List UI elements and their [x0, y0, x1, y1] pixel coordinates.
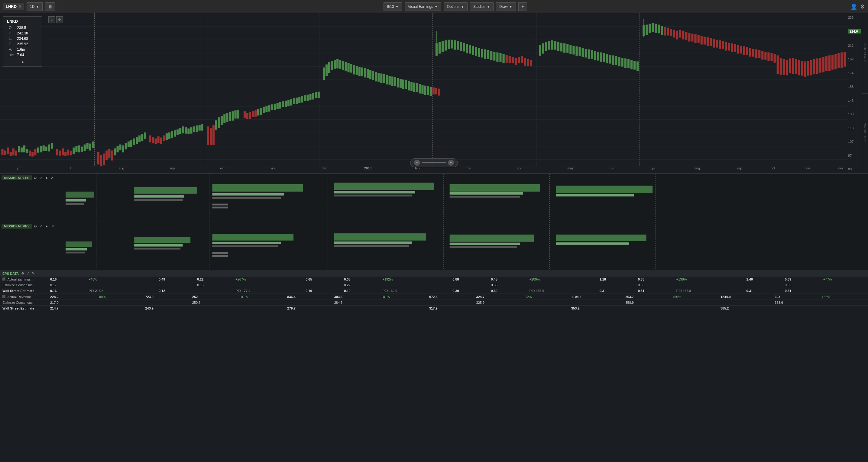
price-143: 143 [848, 99, 861, 102]
rev-actual-q1-2013-right: 1244.0 [719, 294, 773, 300]
svg-rect-342 [134, 244, 183, 247]
svg-rect-275 [762, 51, 764, 60]
svg-rect-210 [561, 43, 562, 51]
rev-actual-q1: 228.2 [49, 294, 95, 300]
svg-rect-134 [339, 60, 341, 69]
svg-rect-82 [188, 129, 189, 134]
eps-actual-q1-2013: 0.38 [636, 276, 675, 282]
eps-pct-q4: +200% [528, 276, 598, 282]
date-range-button[interactable]: 9/13 ▼ [383, 2, 402, 11]
price-88: 88 [848, 167, 861, 171]
eps-settings-button[interactable]: ⚙ [33, 175, 37, 180]
svg-rect-110 [271, 104, 273, 110]
eps-close-button[interactable]: ✕ [50, 175, 54, 180]
rev-arrow-up-button[interactable]: ▲ [44, 224, 49, 229]
rev-actual-label: Actual Revenue [0, 294, 49, 300]
studies-button[interactable]: Studies ▼ [470, 2, 494, 11]
svg-rect-201 [527, 59, 529, 66]
time-mar: mar [466, 166, 471, 170]
svg-rect-242 [661, 26, 663, 35]
eps-pct-q2: +267% [234, 276, 304, 282]
svg-rect-130 [329, 62, 330, 73]
svg-rect-131 [331, 61, 333, 70]
svg-rect-180 [463, 43, 465, 51]
timeframe-button[interactable]: 1D ▼ [27, 2, 42, 11]
eps-data-expand[interactable]: ⤢ [27, 271, 29, 275]
eps-est-q1-2013: 0.39 [636, 282, 675, 288]
svg-rect-95 [226, 113, 228, 122]
eps-expand-button[interactable]: ⤢ [39, 175, 43, 180]
eps-ws-q1: 0.16 [49, 288, 87, 294]
stocktwits-label[interactable]: STOCKTWITS [862, 13, 868, 93]
svg-rect-56 [114, 148, 116, 155]
eps-actual-q2-2013: 0.39 [783, 276, 822, 282]
candlestick-chart [0, 13, 847, 173]
price-97: 97 [848, 154, 861, 157]
svg-rect-217 [582, 48, 584, 57]
add-indicator-button[interactable]: + [518, 2, 527, 11]
svg-rect-68 [149, 136, 151, 142]
svg-rect-80 [182, 127, 184, 133]
rev-actual-q2-right: 836.4 [285, 294, 332, 300]
eps-arrow-up-button[interactable]: ▲ [44, 175, 49, 180]
ticker-box[interactable]: LNKD ✕ [3, 3, 24, 10]
eps-data-close[interactable]: ✕ [32, 271, 34, 275]
svg-rect-293 [816, 59, 818, 74]
zoom-out-button[interactable]: − [414, 160, 420, 166]
rev-settings-button[interactable]: ⚙ [33, 224, 38, 229]
svg-rect-218 [585, 49, 587, 57]
rev-expand-button[interactable]: ⤢ [39, 224, 43, 229]
rev-close-button[interactable]: ✕ [51, 224, 55, 229]
time-jul: jul [68, 166, 71, 170]
grid-button[interactable]: ▦ [45, 2, 55, 11]
svg-rect-284 [789, 59, 790, 73]
svg-rect-204 [542, 43, 544, 54]
visual-earnings-button[interactable]: Visual Earnings ▼ [405, 2, 441, 11]
zoom-slider[interactable] [422, 162, 446, 163]
svg-rect-143 [364, 68, 366, 77]
watchlists-label[interactable]: WATCHLISTS [862, 94, 868, 174]
svg-rect-234 [633, 61, 635, 69]
time-oct-2013: oct [771, 166, 775, 170]
draw-button[interactable]: Draw ▼ [496, 2, 516, 11]
svg-rect-43 [75, 146, 78, 152]
svg-rect-70 [155, 139, 157, 144]
svg-rect-86 [198, 125, 200, 130]
svg-rect-127 [318, 92, 319, 98]
svg-rect-169 [435, 88, 437, 94]
price-107: 107 [848, 140, 861, 143]
svg-rect-17 [1, 149, 3, 155]
svg-rect-194 [506, 55, 507, 63]
svg-rect-78 [177, 130, 179, 135]
toolbar-center: 9/13 ▼ Visual Earnings ▼ Options ▼ Studi… [63, 2, 848, 11]
svg-rect-223 [600, 53, 602, 62]
svg-rect-272 [752, 49, 754, 57]
rev-actual-q4-right: 1108.5 [569, 294, 623, 300]
svg-rect-129 [326, 65, 327, 76]
svg-rect-264 [728, 43, 730, 51]
rev-bars-chart [0, 222, 868, 270]
options-button[interactable]: Options ▼ [444, 2, 468, 11]
expand-chart-button[interactable]: ⤢ [49, 16, 55, 23]
zoom-in-button[interactable]: + [448, 160, 454, 166]
time-jun-2012: jun [17, 166, 22, 170]
svg-rect-92 [218, 118, 220, 128]
chart-settings-button[interactable]: ⚙ [56, 16, 63, 23]
ticker-close-button[interactable]: ✕ [19, 4, 22, 9]
svg-rect-145 [370, 70, 371, 79]
svg-rect-175 [448, 40, 450, 49]
svg-rect-34 [48, 145, 50, 151]
svg-rect-222 [597, 52, 599, 60]
svg-rect-30 [37, 148, 39, 153]
settings-icon[interactable]: ⚙ [860, 3, 865, 10]
svg-rect-354 [450, 246, 517, 248]
svg-rect-45 [81, 147, 83, 152]
svg-rect-343 [134, 248, 180, 250]
svg-rect-216 [579, 47, 581, 56]
user-icon[interactable]: 👤 [850, 3, 857, 10]
eps-pe-q3: PE: 160.0 [380, 288, 451, 294]
svg-rect-149 [380, 74, 382, 83]
svg-rect-200 [524, 58, 526, 66]
eps-data-settings[interactable]: ⚙ [21, 271, 24, 275]
rev-ws-q3-val: 317.9 [427, 305, 474, 311]
